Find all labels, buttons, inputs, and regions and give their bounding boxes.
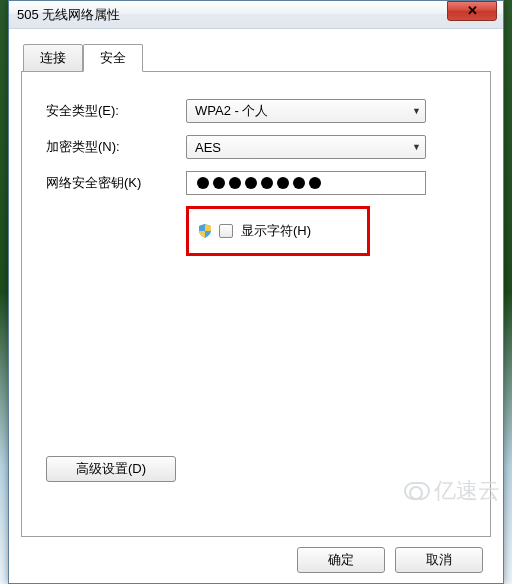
tabstrip: 连接 安全 xyxy=(23,44,491,72)
tab-security[interactable]: 安全 xyxy=(83,44,143,72)
security-type-combobox[interactable]: WPA2 - 个人 ▼ xyxy=(186,99,426,123)
watermark-icon xyxy=(404,482,430,500)
shield-icon xyxy=(197,223,213,239)
titlebar[interactable]: 505 无线网络属性 ✕ xyxy=(9,1,503,29)
watermark: 亿速云 xyxy=(404,476,500,506)
show-characters-checkbox[interactable] xyxy=(219,224,233,238)
chevron-down-icon: ▼ xyxy=(412,106,421,116)
close-button[interactable]: ✕ xyxy=(447,1,497,21)
cancel-button[interactable]: 取消 xyxy=(395,547,483,573)
password-mask xyxy=(197,177,321,189)
close-icon: ✕ xyxy=(467,3,478,18)
tab-connection[interactable]: 连接 xyxy=(23,44,83,72)
dialog-button-row: 确定 取消 xyxy=(21,537,491,583)
network-key-input[interactable] xyxy=(186,171,426,195)
show-characters-label: 显示字符(H) xyxy=(241,222,311,240)
encryption-type-label: 加密类型(N): xyxy=(46,138,186,156)
highlight-annotation: 显示字符(H) xyxy=(186,206,370,256)
ok-button[interactable]: 确定 xyxy=(297,547,385,573)
chevron-down-icon: ▼ xyxy=(412,142,421,152)
tab-panel-security: 安全类型(E): WPA2 - 个人 ▼ 加密类型(N): AES ▼ 网络安全… xyxy=(21,71,491,537)
window-title: 505 无线网络属性 xyxy=(17,6,120,24)
security-type-label: 安全类型(E): xyxy=(46,102,186,120)
encryption-type-combobox[interactable]: AES ▼ xyxy=(186,135,426,159)
network-key-label: 网络安全密钥(K) xyxy=(46,174,186,192)
watermark-text: 亿速云 xyxy=(434,476,500,506)
security-type-value: WPA2 - 个人 xyxy=(195,102,268,120)
encryption-type-value: AES xyxy=(195,140,221,155)
advanced-settings-button[interactable]: 高级设置(D) xyxy=(46,456,176,482)
